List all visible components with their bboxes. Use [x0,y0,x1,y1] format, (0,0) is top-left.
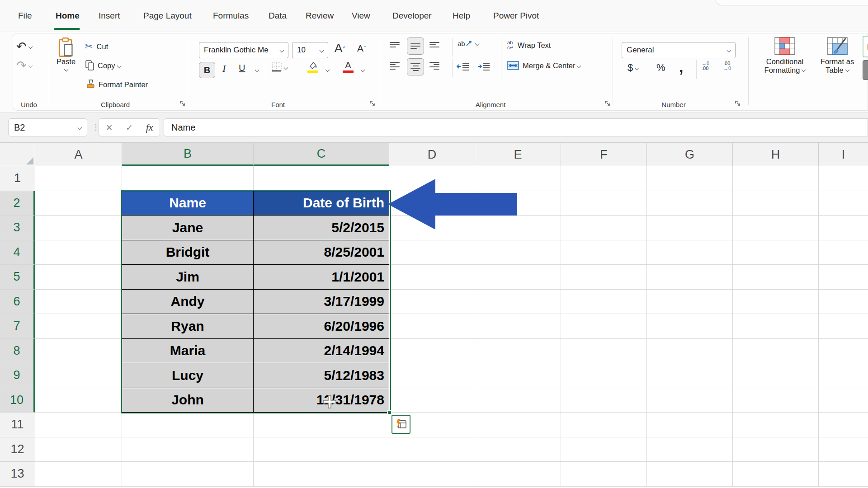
cell-E10[interactable] [475,388,561,413]
paste-button[interactable]: Paste [52,38,80,71]
cell-G13[interactable] [647,462,733,487]
cell-H12[interactable] [733,437,819,462]
chevron-down-icon[interactable] [635,66,639,70]
borders-button[interactable] [271,62,288,73]
quick-analysis-button[interactable] [392,415,410,434]
align-right-button[interactable] [429,62,439,70]
cell-I9[interactable] [819,363,868,388]
alignment-dialog-launcher-icon[interactable] [604,100,611,107]
cell-style-partial[interactable] [863,60,868,80]
cell-C1[interactable] [254,166,389,191]
row-header-6[interactable]: 6 [0,290,35,314]
cell-E12[interactable] [475,437,561,462]
cell-H6[interactable] [733,290,819,314]
increase-decimal-button[interactable]: ←0.00 [702,61,709,71]
tab-help[interactable]: Help [453,11,470,21]
table-header-dob[interactable]: Date of Birth [254,191,389,216]
cell-H3[interactable] [733,216,819,240]
cell-A10[interactable] [35,388,122,413]
cell-E13[interactable] [475,462,561,487]
underline-button[interactable]: U [239,63,245,73]
cell-H8[interactable] [733,339,819,364]
tab-developer[interactable]: Developer [392,11,432,21]
cell-D7[interactable] [389,314,475,339]
clipboard-dialog-launcher-icon[interactable] [179,100,186,107]
table-cell-B8[interactable]: Maria [122,339,254,364]
chevron-down-icon[interactable] [28,44,33,49]
orientation-button[interactable]: ab [458,39,479,47]
cell-G11[interactable] [647,413,733,437]
row-header-11[interactable]: 11 [0,413,35,437]
name-box[interactable]: B2 [8,118,87,136]
cell-A9[interactable] [35,363,122,388]
select-all-corner[interactable] [0,143,35,166]
cell-F9[interactable] [561,363,647,388]
tab-home[interactable]: Home [56,11,80,21]
formula-input[interactable]: Name [164,118,868,136]
table-cell-B6[interactable]: Andy [122,290,254,314]
cell-F8[interactable] [561,339,647,364]
table-cell-B9[interactable]: Lucy [122,363,254,388]
cell-I5[interactable] [819,265,868,290]
cell-D4[interactable] [389,240,475,265]
column-header-E[interactable]: E [475,143,561,166]
column-header-F[interactable]: F [561,143,647,166]
align-center-button[interactable] [407,58,424,75]
cell-I7[interactable] [819,314,868,339]
cell-H13[interactable] [733,462,819,487]
cell-G6[interactable] [647,290,733,314]
tab-insert[interactable]: Insert [99,11,120,21]
cell-H1[interactable] [733,166,819,191]
cell-G3[interactable] [647,216,733,240]
column-header-H[interactable]: H [733,143,819,166]
cell-G7[interactable] [647,314,733,339]
cell-I12[interactable] [819,437,868,462]
chevron-down-icon[interactable] [117,63,121,68]
chevron-down-icon[interactable] [577,63,581,68]
cell-E9[interactable] [475,363,561,388]
cell-F12[interactable] [561,437,647,462]
decrease-decimal-button[interactable]: .00→0 [723,61,731,71]
cell-B1[interactable] [122,166,254,191]
table-cell-B10[interactable]: John [122,388,254,413]
row-header-7[interactable]: 7 [0,314,35,339]
insert-function-icon[interactable]: fx [146,122,153,133]
cell-A8[interactable] [35,339,122,364]
cell-D10[interactable] [389,388,475,413]
cell-I4[interactable] [819,240,868,265]
cell-G12[interactable] [647,437,733,462]
wrap-text-button[interactable]: abc↵ Wrap Text [507,40,551,50]
chevron-down-icon[interactable] [78,125,82,130]
cell-H2[interactable] [733,191,819,216]
cell-E7[interactable] [475,314,561,339]
cell-A5[interactable] [35,265,122,290]
cell-F6[interactable] [561,290,647,314]
cell-C13[interactable] [254,462,389,487]
tab-view[interactable]: View [352,11,370,21]
align-middle-button[interactable] [407,38,424,55]
row-header-9[interactable]: 9 [0,363,35,388]
cell-A2[interactable] [35,191,122,216]
cell-I8[interactable] [819,339,868,364]
cell-A3[interactable] [35,216,122,240]
chevron-down-icon[interactable] [64,67,68,72]
cut-button[interactable]: ✂ Cut [85,41,108,52]
chevron-down-icon[interactable] [284,65,288,70]
cell-H5[interactable] [733,265,819,290]
tab-power-pivot[interactable]: Power Pivot [493,11,539,21]
cell-A13[interactable] [35,462,122,487]
table-cell-C4[interactable]: 8/25/2001 [254,240,389,265]
cell-I3[interactable] [819,216,868,240]
cell-D6[interactable] [389,290,475,314]
table-cell-C5[interactable]: 1/1/2001 [254,265,389,290]
cell-E4[interactable] [475,240,561,265]
italic-button[interactable]: I [222,63,226,75]
row-header-12[interactable]: 12 [0,437,35,462]
cell-D12[interactable] [389,437,475,462]
cell-B12[interactable] [122,437,254,462]
cell-G4[interactable] [647,240,733,265]
align-left-button[interactable] [390,62,400,70]
column-header-I[interactable]: I [819,143,868,166]
tab-page-layout[interactable]: Page Layout [143,11,192,21]
row-header-13[interactable]: 13 [0,462,35,487]
